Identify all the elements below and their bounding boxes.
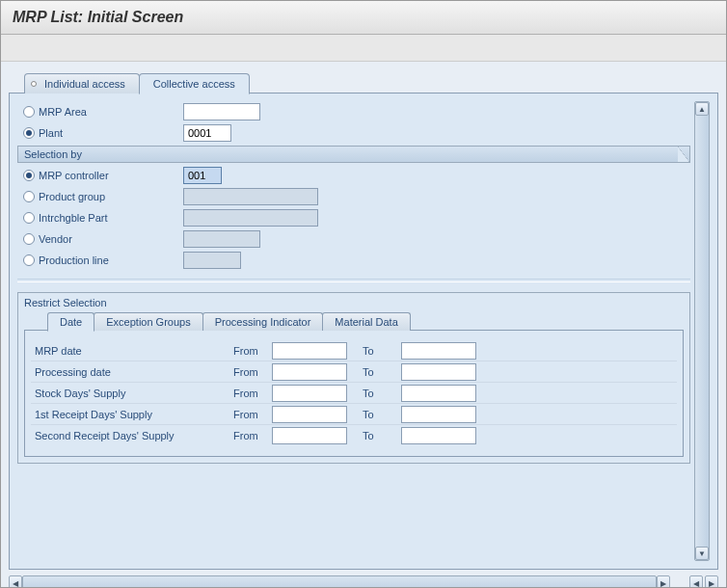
input-mrp-date-to[interactable]	[401, 342, 476, 360]
label-vendor: Vendor	[39, 233, 183, 245]
input-mrp-area[interactable]	[183, 103, 260, 120]
scroll-down-icon[interactable]: ▼	[695, 547, 709, 560]
page-title: MRP List: Initial Screen	[1, 1, 726, 35]
toolbar-blank	[1, 35, 726, 62]
label-mrp-date: MRP date	[31, 345, 233, 357]
label-first-receipt-days-supply: 1st Receipt Days' Supply	[31, 409, 233, 420]
tab-material-data[interactable]: Material Data	[322, 312, 410, 331]
label-mrp-controller: MRP controller	[39, 170, 183, 181]
tab-date[interactable]: Date	[47, 312, 94, 332]
group-header-selection-by: Selection by	[17, 146, 690, 163]
label-mrp-area: MRP Area	[39, 106, 183, 118]
scroll-left-icon[interactable]: ◀	[9, 575, 22, 588]
input-processing-date-from[interactable]	[272, 363, 347, 381]
label-from: From	[233, 345, 272, 357]
radio-intrchgble-part[interactable]	[23, 212, 35, 224]
tab-processing-indicator[interactable]: Processing Indicator	[202, 312, 324, 331]
restrict-selection-panel: Restrict Selection Date Exception Groups…	[17, 292, 690, 464]
main-tab-strip: Individual access Collective access	[24, 73, 718, 94]
input-stock-days-from[interactable]	[272, 385, 347, 402]
label-production-line: Production line	[39, 254, 183, 266]
collective-access-panel: MRP Area Plant Selection by MRP controll…	[9, 93, 718, 570]
label-to: To	[363, 366, 401, 378]
bottom-scroll-area: ◀ ▶ ◀ ▶	[9, 575, 718, 588]
label-intrchgble-part: Intrchgble Part	[39, 212, 183, 224]
input-product-group[interactable]	[183, 188, 318, 205]
scroll-right-end-icon[interactable]: ▶	[705, 575, 718, 588]
scroll-right-icon[interactable]: ▶	[657, 575, 670, 588]
input-2nd-receipt-to[interactable]	[401, 427, 476, 444]
tab-exception-groups[interactable]: Exception Groups	[94, 312, 202, 331]
label-second-receipt-days-supply: Second Receipt Days' Supply	[31, 430, 233, 441]
label-product-group: Product group	[39, 191, 183, 202]
tab-collective-access[interactable]: Collective access	[139, 73, 250, 94]
input-intrchgble-part[interactable]	[183, 209, 318, 227]
horizontal-scrollbar[interactable]	[22, 575, 657, 588]
label-to: To	[363, 345, 401, 357]
restrict-tab-strip: Date Exception Groups Processing Indicat…	[47, 312, 689, 331]
divider	[17, 279, 690, 282]
input-production-line[interactable]	[183, 252, 241, 269]
tab-individual-access[interactable]: Individual access	[24, 73, 140, 94]
scroll-up-icon[interactable]: ▲	[695, 102, 709, 116]
input-plant[interactable]	[183, 124, 231, 142]
radio-product-group[interactable]	[23, 191, 35, 202]
radio-vendor[interactable]	[23, 233, 35, 245]
label-to: To	[363, 430, 401, 441]
label-stock-days-supply: Stock Days' Supply	[31, 388, 233, 399]
scroll-left-end-icon[interactable]: ◀	[689, 575, 703, 588]
label-to: To	[363, 388, 401, 399]
radio-mrp-controller[interactable]	[23, 170, 35, 181]
input-1st-receipt-from[interactable]	[272, 406, 347, 423]
label-to: To	[363, 409, 401, 420]
radio-mrp-area[interactable]	[23, 106, 35, 118]
label-from: From	[233, 430, 272, 441]
label-plant: Plant	[39, 127, 183, 139]
input-vendor[interactable]	[183, 230, 260, 248]
date-sub-panel: MRP date From To Processing date From	[24, 330, 684, 457]
restrict-selection-title: Restrict Selection	[18, 293, 689, 312]
input-stock-days-to[interactable]	[401, 385, 476, 402]
input-2nd-receipt-from[interactable]	[272, 427, 347, 444]
radio-plant[interactable]	[23, 127, 35, 139]
input-processing-date-to[interactable]	[401, 363, 476, 381]
radio-production-line[interactable]	[23, 254, 35, 266]
vertical-scrollbar[interactable]: ▲ ▼	[694, 101, 710, 561]
input-mrp-controller[interactable]	[183, 167, 222, 184]
label-from: From	[233, 366, 272, 378]
label-from: From	[233, 388, 272, 399]
input-mrp-date-from[interactable]	[272, 342, 347, 360]
input-1st-receipt-to[interactable]	[401, 406, 476, 423]
group-selection-by: MRP controller Product group Intrchgble …	[17, 163, 690, 275]
label-from: From	[233, 409, 272, 420]
label-processing-date: Processing date	[31, 366, 233, 378]
content-area: Individual access Collective access MRP …	[1, 62, 726, 588]
